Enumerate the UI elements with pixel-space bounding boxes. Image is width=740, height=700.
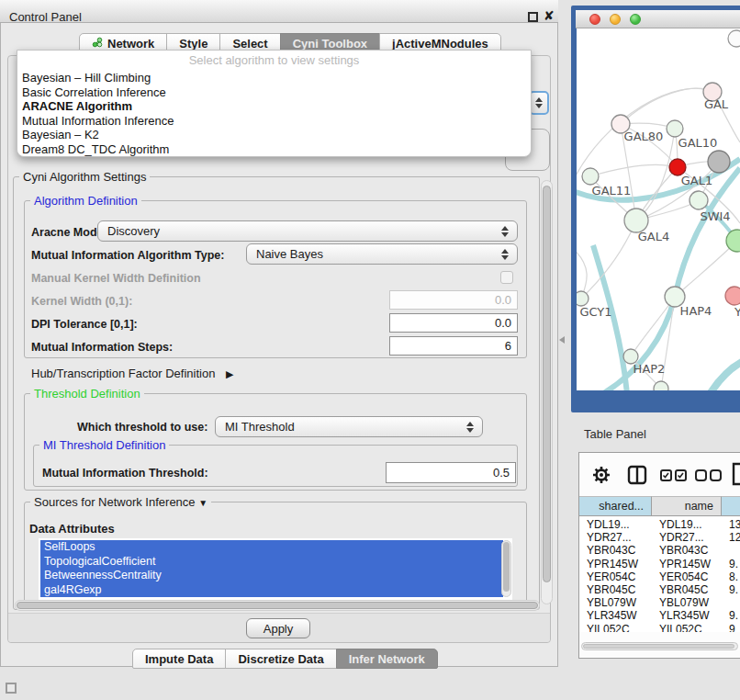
table-cell[interactable]: YBR043C (652, 544, 722, 557)
select-all-checkbox-icon[interactable] (660, 469, 690, 481)
network-node-label: SWI4 (700, 209, 730, 223)
table-cell[interactable]: YPR145W (579, 558, 652, 570)
cyni-algorithm-settings-title: Cyni Algorithm Settings (19, 170, 150, 184)
table-cell[interactable]: YER054C (652, 570, 722, 583)
combo-spinner-icon (466, 422, 474, 433)
table-cell[interactable]: YBL079W (579, 596, 652, 609)
network-node-label: GAL4 (638, 230, 669, 243)
zoom-light-icon[interactable] (630, 14, 641, 25)
table-row[interactable]: YBR043CYBR043C (579, 544, 740, 557)
chevron-down-icon: ▼ (198, 498, 207, 508)
table-cell[interactable]: 9. (722, 583, 740, 596)
table-row[interactable]: YBL079WYBL079W (579, 596, 740, 609)
table-cell[interactable]: 9. (722, 558, 740, 570)
mi-steps-input[interactable]: 6 (389, 336, 518, 356)
table-cell[interactable] (722, 596, 740, 609)
table-row[interactable]: YIL052CYIL052C9 (579, 623, 740, 633)
network-node-y[interactable] (725, 287, 740, 305)
table-cell[interactable]: YDR27... (579, 531, 652, 544)
aracne-mode-combobox[interactable]: Discovery (97, 220, 518, 242)
network-node[interactable] (728, 30, 740, 47)
table-cell[interactable]: YBR045C (652, 583, 722, 596)
network-node-gal11[interactable] (582, 168, 599, 185)
algorithm-option[interactable]: ARACNE Algorithm (17, 99, 531, 114)
bottom-tab-infer-network[interactable]: Infer Network (336, 649, 438, 669)
mi-algorithm-type-combobox[interactable]: Naive Bayes (246, 243, 518, 265)
table-row[interactable]: YBR045CYBR045C9. (579, 583, 740, 596)
network-node-gcy1[interactable] (577, 291, 589, 306)
algorithm-option[interactable]: Basic Correlation Inference (17, 85, 531, 100)
table-column-header[interactable]: name (652, 496, 722, 516)
hub-expander[interactable]: Hub/Transcription Factor Definition ▶ (31, 367, 233, 380)
data-attributes-list[interactable]: SelfLoopsTopologicalCoefficientBetweenne… (39, 538, 512, 601)
table-cell[interactable]: 9 (722, 623, 740, 633)
control-panel-titlebar[interactable] (0, 0, 558, 23)
manual-kernel-width-label: Manual Kernel Width Definition (31, 272, 201, 285)
bottom-tab-discretize-data[interactable]: Discretize Data (225, 649, 336, 669)
table-row[interactable]: YLR345WYLR345W9. (579, 609, 740, 622)
settings-vertical-scrollbar[interactable] (541, 180, 553, 604)
table-cell[interactable]: YDL19... (652, 518, 722, 531)
table-cell[interactable]: YDR27... (652, 531, 722, 544)
algorithm-option[interactable]: Bayesian – Hill Climbing (17, 71, 531, 85)
data-attribute-item[interactable]: SelfLoops (40, 540, 503, 555)
table-row[interactable]: YPR145WYPR145W9. (579, 558, 740, 570)
chevron-right-icon: ▶ (226, 368, 233, 379)
network-node-gal10[interactable] (667, 120, 683, 137)
table-cell[interactable] (722, 544, 740, 557)
table-cell[interactable]: YPR145W (652, 558, 722, 570)
table-horizontal-scrollbar[interactable] (581, 642, 738, 650)
table-cell[interactable]: YIL052C (652, 623, 722, 633)
table-column-header[interactable] (722, 496, 740, 516)
algorithm-option[interactable]: Dream8 DC_TDC Algorithm (17, 142, 531, 157)
table-cell[interactable]: YBL079W (652, 596, 722, 609)
network-node[interactable] (654, 381, 668, 390)
table-cell[interactable]: YLR345W (579, 609, 652, 622)
table-cell[interactable]: 9. (722, 609, 740, 622)
dpi-tolerance-input[interactable]: 0.0 (389, 313, 518, 333)
table-cell[interactable]: YER054C (579, 570, 652, 583)
float-panel-icon[interactable] (6, 683, 17, 694)
float-window-icon[interactable] (528, 12, 538, 22)
sources-group-title[interactable]: Sources for Network Inference ▼ (30, 495, 211, 509)
deselect-all-checkbox-icon[interactable] (695, 469, 724, 481)
network-node[interactable] (708, 151, 730, 173)
algorithm-combobox-fragment[interactable] (529, 91, 549, 115)
table-column-header[interactable]: shared... (579, 496, 652, 516)
network-node[interactable] (726, 230, 740, 252)
network-canvas[interactable]: GALGAL80GAL10GAL1GAL11SWI4GAL4GCY1HAP4YH… (577, 28, 740, 390)
table-cell[interactable]: YBR043C (579, 544, 652, 557)
bottom-tab-impute-data[interactable]: Impute Data (132, 649, 226, 669)
algorithm-option[interactable]: Bayesian – K2 (17, 128, 531, 142)
table-cell[interactable]: 8. (722, 570, 740, 583)
table-row[interactable]: YDR27...YDR27...12 (579, 531, 740, 544)
data-attribute-item[interactable]: BetweennessCentrality (40, 569, 503, 583)
network-icon (92, 37, 103, 51)
close-icon[interactable]: ✘ (544, 8, 555, 23)
table-cell[interactable]: YLR345W (652, 609, 722, 622)
table-cell[interactable]: YDL19... (579, 518, 652, 531)
table-row[interactable]: YDL19...YDL19...13 (579, 518, 740, 531)
algorithm-dropdown-popup: Select algorithm to view settings Bayesi… (17, 50, 532, 157)
panel-resize-handle[interactable] (559, 336, 565, 344)
table-row[interactable]: YER054CYER054C8. (579, 570, 740, 583)
column-selector-icon[interactable] (627, 465, 647, 485)
apply-button[interactable]: Apply (246, 618, 310, 638)
gear-icon[interactable] (591, 465, 611, 485)
bottom-tabbar: Impute DataDiscretize DataInfer Network (132, 649, 438, 669)
close-light-icon[interactable] (589, 14, 600, 25)
attributes-scrollbar[interactable] (501, 540, 511, 597)
new-table-icon[interactable] (732, 462, 740, 486)
network-node-swi4[interactable] (690, 191, 708, 209)
table-cell[interactable]: YIL052C (579, 623, 652, 633)
data-attribute-item[interactable]: TopologicalCoefficient (40, 555, 503, 570)
minimize-light-icon[interactable] (610, 14, 621, 25)
table-cell[interactable]: 12 (722, 531, 740, 544)
table-cell[interactable]: YBR045C (579, 583, 652, 596)
settings-horizontal-scrollbar[interactable] (15, 600, 540, 611)
data-attribute-item[interactable]: gal4RGexp (40, 583, 503, 598)
algorithm-option[interactable]: Mutual Information Inference (17, 114, 531, 129)
table-cell[interactable]: 13 (722, 518, 740, 531)
which-threshold-combobox[interactable]: MI Threshold (215, 416, 483, 437)
mi-threshold-input[interactable]: 0.5 (386, 462, 516, 483)
